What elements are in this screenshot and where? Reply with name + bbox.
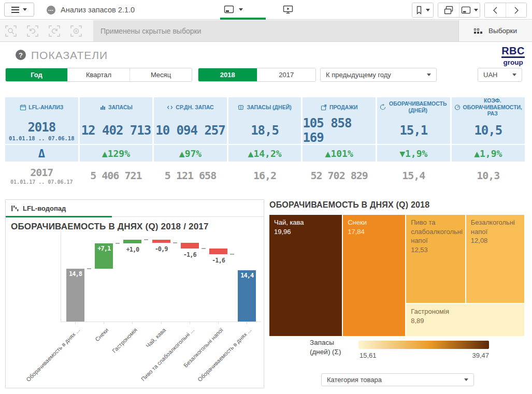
selections-tool-button[interactable]: Выборки — [458, 20, 532, 41]
kpi-value: 18,5 — [228, 117, 301, 144]
chevron-left-icon — [493, 7, 498, 14]
bar-value-label: 14,8 — [66, 270, 84, 278]
waterfall-panel: 14,8Оборачиваемость в днях ...+7,1Снеки+… — [5, 199, 264, 388]
waterfall-bar[interactable] — [123, 240, 141, 243]
treemap-panel: ОБОРАЧИВАЕМОСТЬ В ДНЯХ (Q) 2018 Чай, кав… — [269, 199, 524, 388]
kpi-delta: ▲97% — [154, 145, 227, 162]
treemap-tile[interactable]: Безалкогольні напої12,08 — [466, 215, 524, 303]
kpi-value-period: 01.01.18 .. 07.06.18 — [9, 135, 74, 141]
x-axis-tick — [161, 322, 162, 324]
x-axis-tick — [132, 322, 133, 324]
kpi-value: 105 858 169 — [303, 117, 376, 144]
bar-chart-icon — [99, 104, 106, 111]
bookmark-icon — [415, 6, 423, 14]
compare-period-dropdown[interactable]: К предыдущему году — [320, 68, 437, 82]
app-logo-icon[interactable]: ••• — [47, 6, 55, 14]
global-menu-button[interactable] — [4, 3, 34, 17]
kpi-header: ПРОДАЖИ — [303, 97, 376, 117]
kpi-value: 15,1 — [377, 117, 450, 144]
tile-value: 17,84 — [348, 227, 400, 237]
x-axis-tick — [190, 322, 190, 324]
tile-name: Безалкогольні напої — [471, 218, 520, 236]
kpi-column-0: LFL-АНАЛИЗ201801.01.18 .. 07.06.18Δ20170… — [5, 97, 78, 189]
filter-button-month[interactable]: Месяц — [130, 68, 192, 81]
redo-selection-icon[interactable] — [49, 25, 60, 37]
connector-dash — [173, 242, 177, 243]
color-gradient-legend — [358, 341, 489, 349]
smart-search-icon[interactable] — [5, 25, 17, 37]
treemap-tile[interactable]: Пиво та слабоалкогольні напої12,53 — [406, 215, 465, 303]
bookmarks-button[interactable] — [412, 3, 433, 17]
chevron-down-icon — [464, 378, 468, 381]
kpi-label: LFL-АНАЛИЗ — [28, 104, 63, 111]
tile-name: Пиво та слабоалкогольні напої — [411, 218, 461, 245]
kpi-previous-period: 01.01.17 .. 07.06.17 — [10, 179, 73, 185]
storytelling-button[interactable] — [283, 0, 293, 19]
current-selections-bar: Применены скрытые выборки — [93, 20, 458, 41]
help-icon[interactable]: ? — [16, 50, 26, 60]
category-dropdown[interactable]: Категория товара — [321, 373, 474, 386]
waterfall-bar[interactable] — [152, 240, 170, 243]
waterfall-bar[interactable]: 14,8 — [66, 269, 84, 322]
tile-value: 12,08 — [471, 236, 520, 245]
treemap-tile[interactable]: Гастрономія8,89 — [406, 304, 524, 336]
top-navbar: ••• Анализ запасов 2.1.0 — [0, 0, 532, 20]
filter-button-year[interactable]: Год — [6, 68, 67, 81]
sheet-icon — [461, 6, 471, 14]
waterfall-bar[interactable]: +7,1 — [95, 243, 113, 269]
clear-selections-icon[interactable] — [70, 25, 82, 37]
tile-name: Чай, кава — [274, 218, 337, 227]
selections-message: Применены скрытые выборки — [100, 27, 201, 35]
tile-name: Снеки — [348, 218, 400, 227]
kpi-column-3: ЗАПАСЫ (ДНЕЙ)18,5▲14,2%16,2 — [228, 97, 301, 189]
chevron-down-icon — [474, 9, 478, 11]
tab-lfl-waterfall[interactable]: LFL-водопад — [23, 205, 66, 212]
waterfall-bar[interactable]: 14,4 — [238, 270, 256, 322]
kpi-previous-value: 52 702 829 — [303, 162, 376, 189]
external-link-icon — [321, 104, 327, 111]
kpi-column-4: ПРОДАЖИ105 858 169▲101%52 702 829 — [303, 97, 376, 189]
treemap-legend-label: Запасы (дней) (Σ) — [310, 338, 341, 356]
category-dropdown-value: Категория товара — [327, 376, 382, 384]
filter-button-quarter[interactable]: Квартал — [67, 68, 130, 81]
kpi-header: ЗАПАСЫ (ДНЕЙ) — [228, 97, 301, 117]
chevron-down-icon — [512, 74, 516, 76]
granularity-segmented-control: Год Квартал Месяц — [5, 68, 192, 82]
waterfall-chart-icon — [11, 205, 19, 212]
bar-value-label: +7,1 — [95, 245, 113, 252]
treemap-tile[interactable]: Снеки17,84 — [343, 215, 405, 336]
kpi-value: 10,5 — [452, 117, 525, 144]
sheet-selector-button[interactable] — [224, 0, 243, 19]
kpi-column-1: ЗАПАСЫ12 402 713▲129%5 406 721 — [80, 97, 153, 189]
currency-dropdown[interactable]: UAH — [478, 68, 522, 82]
waterfall-bar[interactable] — [181, 243, 199, 249]
tile-value: 12,53 — [411, 245, 461, 255]
previous-sheet-button[interactable] — [485, 3, 506, 17]
x-axis-tick — [104, 322, 104, 324]
kpi-previous-value: 16,2 — [228, 162, 301, 189]
x-axis-tick — [247, 322, 247, 324]
kpi-header: ОБОРАЧИВАЕМОСТЬ (ДНЕЙ) — [377, 97, 450, 117]
sheet-list-button[interactable] — [459, 3, 480, 17]
x-axis-category-label: Оборачиваемость в днях ... — [25, 327, 81, 383]
kpi-previous-value: 10,3 — [452, 162, 525, 189]
kpi-column-2: СР.ДН. ЗАПАС10 094 257▲97%5 121 658 — [154, 97, 227, 189]
treemap-tile[interactable]: Чай, кава19,96 — [269, 215, 342, 336]
kpi-previous-value: 15,4 — [377, 162, 450, 189]
year-segmented-control: 2018 2017 — [198, 68, 316, 82]
filter-button-2017[interactable]: 2017 — [257, 68, 316, 81]
connector-dash — [230, 254, 234, 255]
next-sheet-button[interactable] — [506, 3, 526, 17]
chevron-down-icon — [426, 9, 430, 11]
waterfall-bar[interactable] — [209, 249, 227, 254]
logo-line2: group — [501, 59, 525, 66]
x-axis-category-label: Оборачиваемость в днях ... — [197, 327, 253, 383]
active-tab-indicator — [6, 216, 112, 217]
sheet-icon — [224, 5, 234, 14]
undo-selection-icon[interactable] — [27, 25, 38, 37]
kpi-delta: ▲1,9% — [452, 145, 525, 162]
filter-button-2018[interactable]: 2018 — [198, 68, 257, 81]
x-axis-category-label: Снеки — [94, 327, 109, 342]
sheets-overview-button[interactable] — [438, 3, 459, 17]
waterfall-title: ОБОРАЧИВАЕМОСТЬ В ДНЯХ (Q) 2018 / 2017 — [11, 222, 209, 232]
